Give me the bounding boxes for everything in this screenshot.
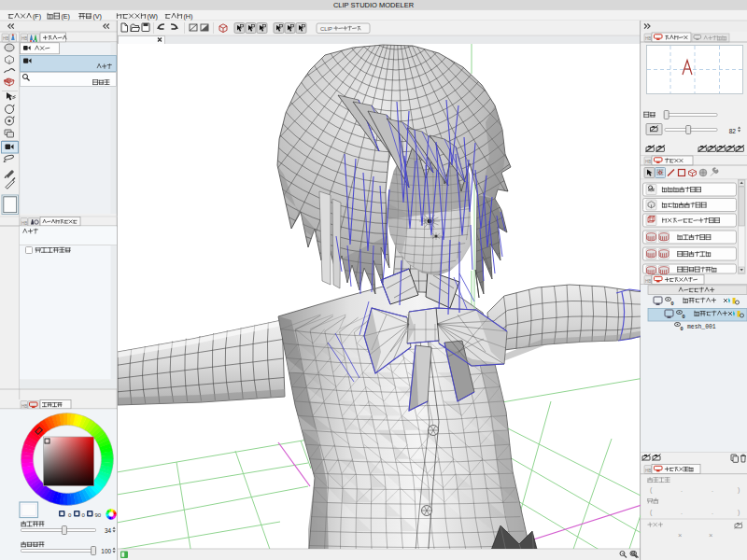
svg-text:.: . [681, 509, 683, 515]
svg-text:CLIP STUDIO MODELER: CLIP STUDIO MODELER [333, 1, 415, 9]
svg-text:): ) [738, 509, 740, 516]
svg-text:0: 0 [681, 326, 684, 331]
svg-text:.: . [712, 509, 713, 515]
svg-text:HB: HB [645, 469, 651, 473]
svg-text:mesh_001: mesh_001 [687, 324, 716, 330]
svg-text:.: . [681, 486, 683, 493]
svg-text:(H): (H) [183, 12, 192, 21]
svg-text:HB: HB [21, 404, 27, 409]
svg-text:×: × [709, 531, 712, 539]
svg-text:.: . [712, 486, 713, 493]
svg-text:HB: HB [3, 36, 8, 41]
svg-text:HB: HB [645, 160, 651, 164]
svg-text:100: 100 [101, 548, 111, 554]
svg-text:0: 0 [671, 301, 674, 306]
svg-text:82: 82 [729, 128, 737, 134]
svg-text:HB: HB [645, 36, 651, 41]
svg-text:HB: HB [645, 279, 651, 284]
svg-text:90: 90 [95, 512, 102, 518]
svg-text:(F): (F) [33, 12, 41, 21]
svg-text:34: 34 [105, 527, 112, 534]
svg-text:(W): (W) [147, 12, 158, 21]
svg-text:HB: HB [21, 221, 27, 226]
svg-text:HB: HB [21, 36, 27, 41]
svg-text:): ) [738, 486, 740, 494]
svg-text:×: × [678, 531, 682, 539]
svg-text:(V): (V) [92, 12, 102, 21]
svg-text:CLIP: CLIP [320, 26, 332, 32]
svg-text:(E): (E) [61, 12, 70, 21]
svg-text:0: 0 [683, 314, 685, 319]
